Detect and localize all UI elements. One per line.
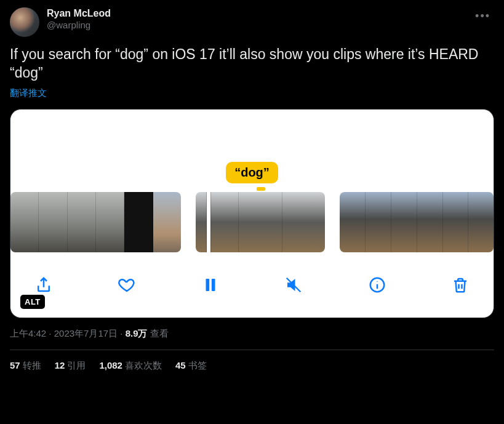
tweet-text: If you search for “dog” on iOS 17 it’ll … [10,46,494,82]
media-toolbar [10,252,494,318]
clip-frame [417,192,443,252]
mute-icon[interactable] [279,270,308,300]
stat-num: 57 [10,360,20,370]
media-inner: “dog” [10,110,494,318]
views-label: 查看 [150,328,169,338]
tweet-meta: 上午4:422023年7月17日8.9万查看 [10,328,494,340]
info-icon[interactable] [362,270,392,300]
stat-likes[interactable]: 1,082喜欢次数 [99,360,162,372]
media-card[interactable]: “dog” [10,109,494,318]
trash-icon[interactable] [446,270,475,300]
clip-frame [366,192,391,252]
clip-frame [282,192,326,252]
stat-label: 书签 [188,360,207,370]
clip-frame [153,192,181,252]
author-display-name: Ryan McLeod [47,7,111,20]
caption-row: “dog” [10,154,494,183]
clip-frame [391,192,417,252]
stat-num: 12 [55,360,65,370]
stat-label: 转推 [23,360,41,370]
clip-frame [10,192,39,252]
clip-frame [443,192,469,252]
views-count: 8.9万 [126,328,148,338]
clip-frame [124,192,153,252]
clip-frame [68,192,96,252]
clip-frame [340,192,366,252]
caption-pill: “dog” [226,162,278,183]
author-block[interactable]: Ryan McLeod @warpling [47,7,111,31]
alt-badge[interactable]: ALT [20,295,45,309]
stat-num: 1,082 [99,360,122,370]
clip-group-3[interactable] [340,192,494,252]
clip-frame [468,192,494,252]
clip-frame [196,192,239,252]
tweet-time[interactable]: 上午4:42 [10,328,46,338]
pause-icon[interactable] [196,270,225,300]
more-options-button[interactable]: ••• [471,7,494,25]
clip-group-2[interactable] [196,192,326,252]
clip-frame [39,192,67,252]
tweet-container: Ryan McLeod @warpling ••• If you search … [0,0,504,372]
author-handle: @warpling [47,20,111,31]
caption-tick [257,187,265,191]
tweet-date[interactable]: 2023年7月17日 [54,328,118,338]
svg-point-4 [377,281,378,282]
translate-link[interactable]: 翻译推文 [10,87,494,99]
stat-bookmarks[interactable]: 45书签 [175,360,207,372]
clip-frame [96,192,124,252]
media-top-gap [10,110,494,154]
svg-rect-0 [206,279,209,291]
clip-group-1[interactable] [10,192,181,252]
video-timeline[interactable] [10,192,494,252]
stat-label: 喜欢次数 [125,360,162,370]
stat-label: 引用 [67,360,86,370]
svg-rect-1 [212,279,215,291]
stat-quotes[interactable]: 12引用 [55,360,86,372]
stat-retweets[interactable]: 57转推 [10,360,41,372]
stat-num: 45 [175,360,186,370]
heart-icon[interactable] [112,270,142,300]
tweet-header: Ryan McLeod @warpling ••• [10,7,494,37]
playhead[interactable] [207,192,210,252]
clip-frame [239,192,282,252]
avatar[interactable] [10,7,39,37]
stats-row: 57转推 12引用 1,082喜欢次数 45书签 [10,350,494,372]
